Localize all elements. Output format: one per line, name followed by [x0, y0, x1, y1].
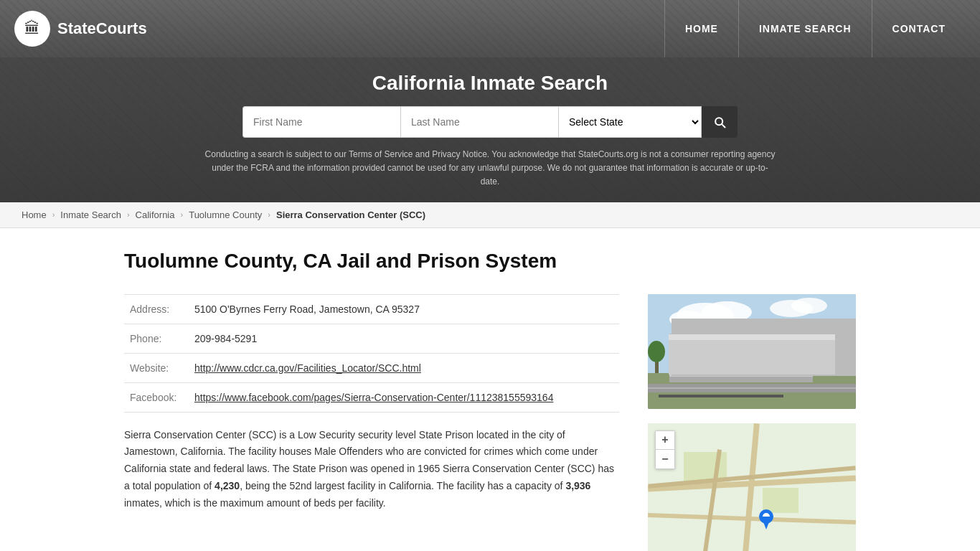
svg-rect-10	[669, 334, 813, 341]
search-title: California Inmate Search	[0, 72, 980, 95]
site-header: 🏛 StateCourts HOME INMATE SEARCH CONTACT	[0, 0, 980, 57]
map-zoom-in[interactable]: +	[656, 431, 674, 450]
website-value: http://www.cdcr.ca.gov/Facilities_Locato…	[189, 353, 619, 382]
content-right: + −	[648, 294, 856, 551]
population-value: 4,230	[215, 480, 240, 491]
svg-point-2	[702, 301, 752, 323]
address-label: Address:	[124, 294, 189, 324]
svg-point-19	[819, 335, 839, 361]
first-name-input[interactable]	[242, 106, 400, 138]
table-row-facebook: Facebook: https://www.facebook.com/pages…	[124, 382, 619, 412]
svg-point-5	[791, 298, 827, 314]
svg-rect-18	[827, 352, 831, 373]
map-background: + −	[648, 423, 856, 551]
breadcrumb-sep-4: ›	[268, 210, 270, 219]
facebook-value: https://www.facebook.com/pages/Sierra-Co…	[189, 382, 619, 412]
breadcrumb-inmate-search[interactable]: Inmate Search	[60, 209, 121, 220]
svg-rect-27	[763, 488, 798, 513]
address-value: 5100 O'Byrnes Ferry Road, Jamestown, CA …	[189, 294, 619, 324]
facility-svg	[648, 294, 856, 409]
svg-rect-16	[777, 346, 790, 356]
description-part-3: inmates, which is the maximum amount of …	[124, 497, 386, 509]
capacity-value: 3,936	[565, 480, 590, 491]
disclaimer-text: Conducting a search is subject to our Te…	[203, 148, 777, 189]
breadcrumb-current: Sierra Conservation Center (SCC)	[276, 209, 425, 220]
table-row-phone: Phone: 209-984-5291	[124, 324, 619, 353]
svg-rect-26	[684, 452, 727, 481]
website-link[interactable]: http://www.cdcr.ca.gov/Facilities_Locato…	[194, 362, 421, 374]
breadcrumb: Home › Inmate Search › California › Tuol…	[0, 202, 980, 228]
nav-item-contact[interactable]: CONTACT	[872, 0, 966, 57]
svg-rect-11	[680, 346, 693, 356]
logo-icon: 🏛	[14, 11, 50, 47]
last-name-input[interactable]	[400, 106, 558, 138]
website-label: Website:	[124, 353, 189, 382]
breadcrumb-sep-1: ›	[52, 210, 55, 219]
content-left: Address: 5100 O'Byrnes Ferry Road, James…	[124, 294, 619, 551]
table-row-address: Address: 5100 O'Byrnes Ferry Road, James…	[124, 294, 619, 324]
svg-rect-13	[719, 346, 732, 356]
facility-image-placeholder	[648, 294, 856, 409]
map-container: + −	[648, 423, 856, 551]
svg-rect-8	[648, 387, 856, 389]
nav-item-inmate-search[interactable]: INMATE SEARCH	[738, 0, 872, 57]
map-zoom-controls: + −	[655, 430, 675, 469]
phone-value: 209-984-5291	[189, 324, 619, 353]
breadcrumb-tuolumne[interactable]: Tuolumne County	[189, 209, 262, 220]
phone-label: Phone:	[124, 324, 189, 353]
description-part-2: , being the 52nd largest facility in Cal…	[240, 480, 565, 491]
description-text: Sierra Conservation Center (SCC) is a Lo…	[124, 427, 619, 512]
info-table: Address: 5100 O'Byrnes Ferry Road, James…	[124, 294, 619, 413]
svg-rect-9	[669, 337, 813, 377]
map-zoom-out[interactable]: −	[656, 450, 674, 468]
privacy-link[interactable]: Privacy Notice	[432, 149, 487, 159]
search-section: California Inmate Search Select StateAla…	[0, 57, 980, 202]
svg-point-3	[669, 311, 705, 328]
search-icon	[712, 115, 727, 129]
page-title: Tuolumne County, CA Jail and Prison Syst…	[124, 250, 856, 273]
breadcrumb-california[interactable]: California	[136, 209, 175, 220]
search-bar: Select StateAlabamaAlaskaArizonaArkansas…	[0, 106, 980, 138]
svg-point-21	[648, 341, 665, 362]
search-button[interactable]	[702, 106, 738, 138]
facility-image	[648, 294, 856, 409]
main-content: Tuolumne County, CA Jail and Prison Syst…	[67, 228, 913, 551]
facebook-label: Facebook:	[124, 382, 189, 412]
terms-link[interactable]: Terms of Service	[349, 149, 413, 159]
facebook-link[interactable]: https://www.facebook.com/pages/Sierra-Co…	[194, 392, 553, 403]
nav-item-home[interactable]: HOME	[664, 0, 738, 57]
breadcrumb-sep-2: ›	[127, 210, 130, 219]
svg-rect-17	[669, 377, 813, 382]
table-row-website: Website: http://www.cdcr.ca.gov/Faciliti…	[124, 353, 619, 382]
svg-rect-15	[758, 346, 771, 356]
content-grid: Address: 5100 O'Byrnes Ferry Road, James…	[124, 294, 856, 551]
map-svg	[648, 423, 856, 551]
breadcrumb-sep-3: ›	[181, 210, 184, 219]
svg-rect-12	[699, 346, 712, 356]
state-select[interactable]: Select StateAlabamaAlaskaArizonaArkansas…	[558, 106, 702, 138]
logo-text: StateCourts	[57, 19, 147, 38]
site-logo[interactable]: 🏛 StateCourts	[14, 11, 147, 47]
breadcrumb-home[interactable]: Home	[22, 209, 47, 220]
main-nav: HOME INMATE SEARCH CONTACT	[664, 0, 966, 57]
svg-rect-14	[738, 346, 751, 356]
